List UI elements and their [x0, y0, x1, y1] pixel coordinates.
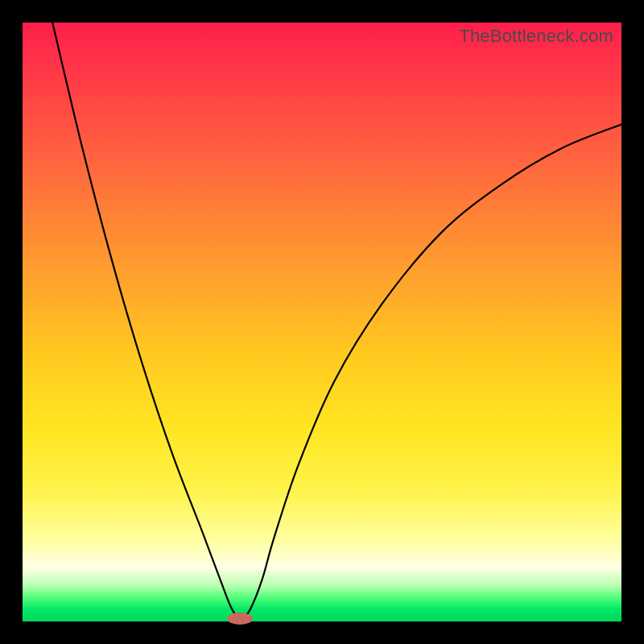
optimum-marker — [227, 613, 254, 625]
bottleneck-curve-path — [52, 23, 621, 618]
watermark-text: TheBottleneck.com — [459, 26, 613, 47]
chart-frame: TheBottleneck.com — [0, 0, 644, 644]
curve-svg — [23, 23, 621, 621]
plot-area: TheBottleneck.com — [23, 23, 621, 621]
